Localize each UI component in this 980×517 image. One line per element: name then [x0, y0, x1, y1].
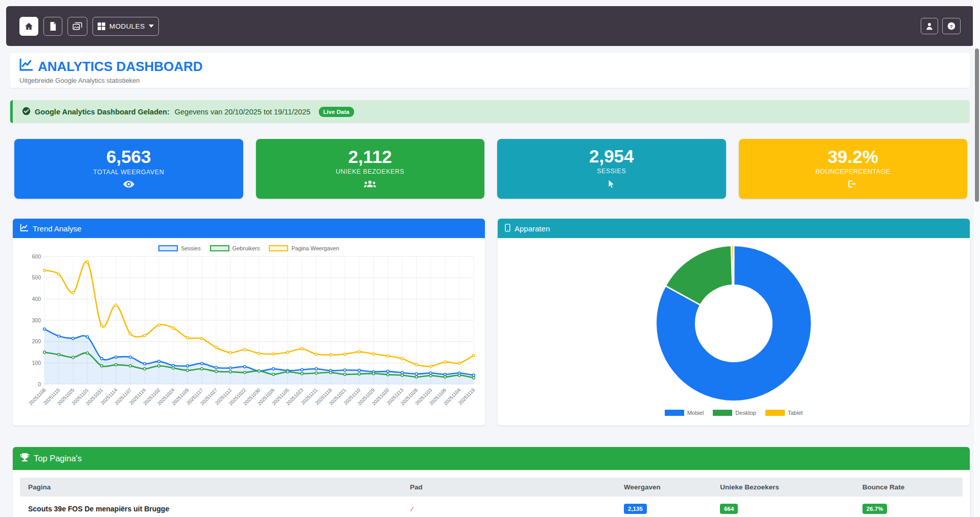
legend-item[interactable]: Desktop	[713, 410, 756, 416]
views-badge: 2,135	[624, 504, 647, 514]
y-axis-label: 300	[32, 317, 41, 323]
data-point	[244, 371, 246, 374]
data-point	[215, 366, 218, 369]
home-button[interactable]	[19, 17, 38, 36]
data-point	[430, 372, 432, 374]
data-point	[415, 373, 418, 375]
grid-icon	[98, 22, 105, 30]
column-header: Unieke Bezoekers	[712, 478, 854, 497]
page-scrollbar-track[interactable]	[973, 0, 980, 517]
legend-item[interactable]: Tablet	[765, 410, 803, 416]
sign-out-icon	[739, 180, 968, 190]
legend-label: Sessies	[181, 245, 201, 251]
stat-card-bounce-rate: 39.2% BOUNCEPERCENTAGE	[739, 139, 968, 199]
media-button[interactable]	[67, 17, 87, 36]
data-point	[72, 337, 75, 340]
trend-chart-legend[interactable]: SessiesGebruikersPagina Weergaven	[20, 245, 478, 251]
data-point	[315, 353, 318, 356]
data-point	[401, 358, 404, 360]
file-icon	[49, 22, 57, 31]
caret-down-icon	[149, 25, 154, 28]
navbar-right-group: ?	[921, 18, 961, 34]
home-icon	[25, 22, 33, 31]
user-icon	[926, 22, 933, 30]
alert-title: Google Analytics Dashboard Geladen:	[35, 108, 170, 116]
legend-item[interactable]: Sessies	[158, 245, 201, 251]
devices-donut-canvas[interactable]	[505, 238, 963, 409]
page-path-cell: /	[402, 497, 616, 517]
y-axis-label: 400	[32, 296, 41, 302]
table-header-row: PaginaPadWeergavenUnieke BezoekersBounce…	[20, 478, 963, 497]
user-button[interactable]	[921, 18, 938, 34]
help-button[interactable]: ?	[942, 18, 961, 34]
data-point	[186, 365, 189, 367]
top-navbar: MODULES ?	[6, 6, 974, 46]
data-point	[430, 365, 432, 368]
data-point	[372, 372, 375, 375]
top-pages-table: PaginaPadWeergavenUnieke BezoekersBounce…	[20, 478, 963, 517]
data-point	[201, 362, 203, 365]
legend-swatch	[665, 410, 684, 416]
legend-item[interactable]: Gebruikers	[210, 245, 260, 251]
data-point	[387, 373, 389, 376]
data-point	[101, 358, 103, 360]
data-point	[344, 369, 346, 371]
stat-value: 2,954	[497, 147, 726, 166]
devices-chart-legend[interactable]: MobielDesktopTablet	[505, 410, 963, 416]
pages-button[interactable]	[43, 17, 62, 36]
data-point	[201, 337, 203, 340]
data-point	[301, 368, 304, 371]
help-icon: ?	[947, 22, 955, 30]
data-point	[158, 360, 160, 363]
trend-chart-canvas[interactable]: 2025110820251115202510252025110120251031…	[20, 252, 478, 417]
top-pages-title: Top Pagina's	[34, 454, 82, 463]
data-point	[415, 363, 418, 366]
data-point	[129, 365, 132, 367]
data-point	[272, 368, 275, 370]
success-alert: Google Analytics Dashboard Geladen: Gege…	[10, 100, 970, 123]
data-point	[315, 372, 318, 374]
chart-line-icon	[20, 224, 29, 233]
data-point	[43, 269, 46, 272]
trophy-icon	[20, 453, 30, 464]
top-pages-table-wrap: PaginaPadWeergavenUnieke BezoekersBounce…	[13, 470, 970, 517]
data-point	[158, 324, 160, 326]
svg-text:?: ?	[950, 24, 953, 29]
devices-chart-title: Apparaten	[515, 224, 550, 233]
data-point	[344, 373, 346, 375]
legend-item[interactable]: Pagina Weergaven	[269, 245, 339, 251]
visitors-badge: 664	[720, 504, 738, 514]
legend-item[interactable]: Mobiel	[665, 410, 704, 416]
bounce-cell: 26.7%	[854, 497, 963, 517]
check-circle-icon	[22, 107, 31, 117]
trend-chart-header: Trend Analyse	[13, 219, 485, 238]
data-point	[258, 352, 261, 355]
live-data-badge: Live Data	[319, 107, 354, 117]
data-point	[473, 354, 475, 357]
modules-dropdown[interactable]: MODULES	[92, 17, 159, 36]
data-point	[58, 335, 60, 337]
data-point	[43, 328, 46, 331]
data-point	[144, 363, 146, 365]
legend-swatch	[269, 245, 288, 251]
top-pages-header: Top Pagina's	[13, 447, 970, 470]
stat-label: SESSIES	[497, 168, 726, 175]
legend-label: Tablet	[788, 410, 803, 416]
data-point	[86, 336, 89, 338]
devices-chart-header: Apparaten	[498, 219, 970, 238]
data-point	[244, 365, 246, 368]
data-point	[330, 371, 332, 374]
data-point	[101, 365, 103, 367]
alert-message: Gegevens van 20/10/2025 tot 19/11/2025	[175, 108, 311, 116]
data-point	[444, 361, 447, 363]
page-scrollbar-thumb[interactable]	[975, 49, 979, 202]
data-point	[387, 355, 389, 357]
data-point	[144, 368, 146, 370]
chart-line-icon	[19, 58, 33, 75]
data-point	[444, 375, 447, 378]
data-point	[144, 334, 146, 337]
y-axis-label: 100	[32, 360, 41, 366]
data-point	[72, 291, 75, 294]
data-point	[401, 371, 404, 374]
data-point	[358, 369, 361, 372]
